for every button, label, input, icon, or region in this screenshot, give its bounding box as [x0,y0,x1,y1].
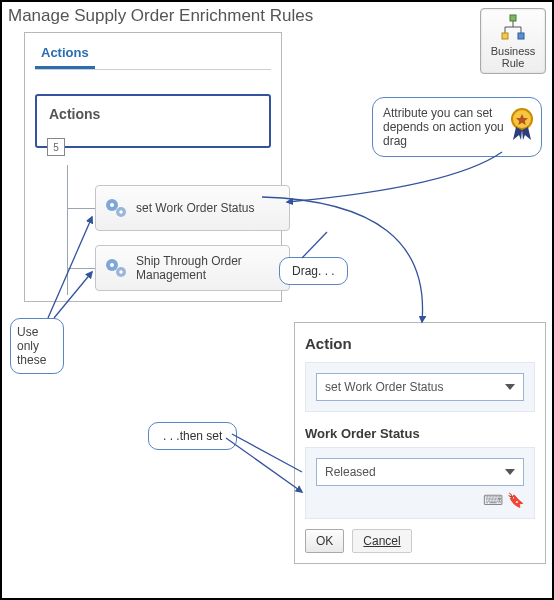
business-rule-label-1: Business [491,45,536,57]
tab-bar: Actions [35,41,271,70]
gears-icon [104,256,128,280]
action-card-set-work-order-status[interactable]: set Work Order Status [95,185,290,231]
use-only-callout: Use only these [10,318,64,374]
ok-button[interactable]: OK [305,529,344,553]
tab-actions[interactable]: Actions [35,41,95,69]
gears-icon [104,196,128,220]
svg-point-14 [110,263,114,267]
page-title: Manage Supply Order Enrichment Rules [8,6,313,26]
tag-icon[interactable]: 🔖 [507,492,524,508]
destination-panel: Action set Work Order Status Work Order … [294,322,546,564]
work-order-status-heading: Work Order Status [305,426,535,441]
svg-rect-5 [502,33,508,39]
business-rule-label-2: Rule [502,57,525,69]
drag-text: Drag. . . [292,264,335,278]
actions-panel: Actions Actions 5 set Work Order Status … [24,32,282,302]
drag-callout: Drag. . . [279,257,348,285]
cancel-button[interactable]: Cancel [352,529,411,553]
attribute-callout-text: Attribute you can set depends on action … [383,106,504,148]
chevron-down-icon [505,384,515,390]
destination-heading: Action [305,335,535,352]
svg-point-10 [110,203,114,207]
use-only-text: Use only these [17,325,46,367]
attribute-callout: Attribute you can set depends on action … [372,97,542,157]
status-field-block: Released ⌨ 🔖 [305,447,535,519]
svg-point-12 [119,210,122,213]
chevron-down-icon [505,469,515,475]
award-ribbon-icon [509,108,535,142]
button-row: OK Cancel [305,529,535,553]
actions-root[interactable]: Actions 5 [35,94,271,148]
action-card-label: Ship Through Order Management [136,254,281,282]
action-select[interactable]: set Work Order Status [316,373,524,401]
status-select[interactable]: Released [316,458,524,486]
keyboard-icon[interactable]: ⌨ [483,492,503,508]
tree-connector [67,165,68,295]
svg-rect-0 [510,15,516,21]
action-card-label: set Work Order Status [136,201,254,215]
then-set-text: . . .then set [163,429,222,443]
action-card-ship-through-order-management[interactable]: Ship Through Order Management [95,245,290,291]
diagram-canvas: Manage Supply Order Enrichment Rules Bus… [0,0,554,600]
business-rule-badge[interactable]: Business Rule [480,8,546,74]
action-field-block: set Work Order Status [305,362,535,412]
status-select-value: Released [325,465,376,479]
actions-root-label: Actions [49,106,100,122]
then-set-callout: . . .then set [148,422,237,450]
field-toolbar: ⌨ 🔖 [316,492,524,508]
tree-connector [67,208,95,209]
tree-connector [67,268,95,269]
action-select-value: set Work Order Status [325,380,443,394]
svg-rect-6 [518,33,524,39]
workflow-icon [498,13,528,43]
actions-count-badge: 5 [47,138,65,156]
svg-point-16 [119,270,122,273]
